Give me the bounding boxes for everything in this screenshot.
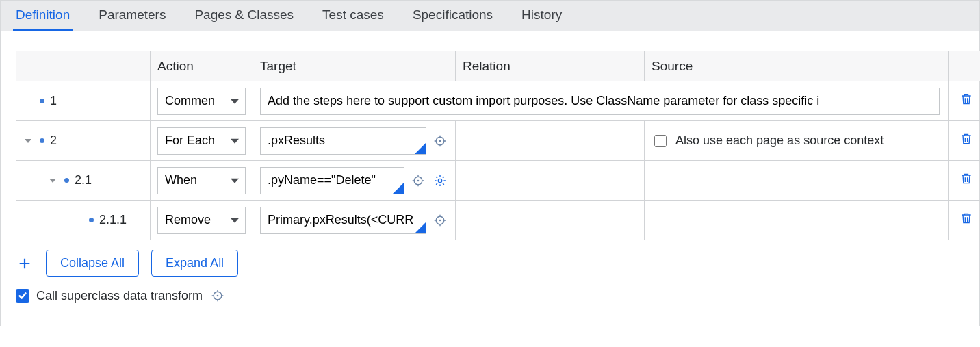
col-header-step (16, 51, 151, 81)
bullet-icon (64, 178, 69, 183)
col-header-source: Source (645, 51, 949, 81)
col-header-relation: Relation (456, 51, 645, 81)
col-header-target: Target (253, 51, 456, 81)
rule-editor-panel: Definition Parameters Pages & Classes Te… (0, 0, 980, 326)
superclass-label: Call superclass data transform (36, 289, 203, 303)
target-input[interactable] (260, 207, 426, 234)
add-row-button[interactable] (16, 255, 34, 272)
bullet-icon (40, 138, 44, 143)
svg-point-1 (439, 140, 441, 142)
collapse-all-button[interactable]: Collapse All (46, 250, 139, 277)
source-cell (645, 161, 949, 201)
action-select[interactable] (157, 207, 246, 234)
svg-point-6 (439, 219, 441, 221)
expand-all-button[interactable]: Expand All (151, 250, 238, 277)
col-header-delete (949, 51, 981, 81)
step-row-2-1-1: 2.1.1 (16, 201, 981, 240)
source-context-checkbox-input[interactable] (654, 135, 667, 147)
tab-test-cases[interactable]: Test cases (322, 1, 384, 31)
table-actions: Collapse All Expand All (16, 250, 964, 277)
source-context-checkbox[interactable]: Also use each page as source context (652, 133, 941, 149)
step-number: 2.1.1 (99, 213, 127, 227)
step-row-2-1: 2.1 (16, 161, 981, 201)
step-row-2: 2 (16, 121, 981, 161)
chevron-down-icon[interactable] (48, 176, 57, 185)
crosshair-icon[interactable] (209, 287, 226, 304)
tab-pages-classes[interactable]: Pages & Classes (194, 1, 294, 31)
svg-point-4 (438, 179, 441, 182)
superclass-row: Call superclass data transform (16, 287, 964, 304)
superclass-checkbox[interactable] (16, 289, 29, 303)
tab-parameters[interactable]: Parameters (99, 1, 166, 31)
tab-definition[interactable]: Definition (16, 1, 70, 31)
steps-table: Action Target Relation Source 1 (16, 51, 980, 240)
delete-row-button[interactable] (959, 171, 974, 186)
bullet-icon (89, 218, 94, 222)
table-header-row: Action Target Relation Source (16, 51, 981, 81)
target-input[interactable] (260, 167, 404, 194)
chevron-down-icon[interactable] (23, 136, 33, 146)
source-context-label: Also use each page as source context (675, 133, 884, 148)
tab-bar: Definition Parameters Pages & Classes Te… (1, 1, 979, 31)
tab-history[interactable]: History (521, 1, 562, 31)
target-input[interactable] (260, 127, 426, 155)
bullet-icon (40, 99, 44, 103)
source-cell (645, 201, 949, 240)
relation-cell (456, 201, 645, 240)
gear-icon[interactable] (432, 172, 448, 189)
definition-content: Action Target Relation Source 1 (1, 31, 979, 326)
comment-input[interactable] (260, 88, 940, 115)
step-number: 1 (50, 94, 57, 108)
delete-row-button[interactable] (959, 92, 974, 107)
delete-row-button[interactable] (959, 131, 974, 146)
action-select[interactable] (157, 167, 246, 194)
action-select[interactable] (157, 127, 246, 155)
relation-cell (456, 161, 645, 201)
crosshair-icon[interactable] (432, 212, 448, 229)
tab-specifications[interactable]: Specifications (413, 1, 493, 31)
crosshair-icon[interactable] (410, 172, 426, 189)
action-select[interactable] (157, 88, 246, 115)
crosshair-icon[interactable] (432, 133, 448, 149)
step-row-1: 1 (16, 81, 981, 121)
relation-cell (456, 121, 645, 161)
step-number: 2 (50, 133, 57, 148)
delete-row-button[interactable] (959, 211, 974, 226)
svg-point-3 (417, 179, 420, 181)
col-header-action: Action (151, 51, 253, 81)
svg-point-8 (217, 295, 219, 297)
step-number: 2.1 (75, 173, 92, 188)
